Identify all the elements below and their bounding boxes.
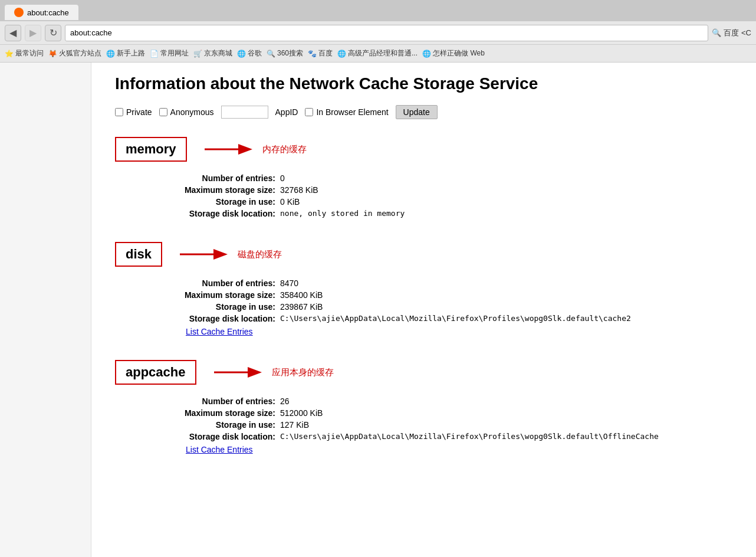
appcache-header: appcache 应用本身的缓存 xyxy=(115,360,732,385)
bookmark-google[interactable]: 🌐 谷歌 xyxy=(237,48,262,58)
disk-arrow-icon xyxy=(180,245,233,263)
private-label: Private xyxy=(115,107,152,117)
memory-location-label: Storage disk location: xyxy=(150,209,280,218)
bookmark-gaoji[interactable]: 🌐 高级产品经理和普通... xyxy=(337,48,418,58)
disk-arrow-annotation: 磁盘的缓存 xyxy=(180,245,282,263)
appcache-section: appcache 应用本身的缓存 Number of entr xyxy=(115,360,732,454)
memory-maxsize-row: Maximum storage size: 32768 KiB xyxy=(150,185,732,195)
appcache-annotation: 应用本身的缓存 xyxy=(272,367,334,378)
bookmark-icon: ⭐ xyxy=(5,50,14,58)
disk-annotation: 磁盘的缓存 xyxy=(238,249,282,260)
bookmark-xinshou[interactable]: 🌐 新手上路 xyxy=(106,48,145,58)
appid-input[interactable] xyxy=(221,106,268,119)
memory-location-value: none, only stored in memory xyxy=(280,209,405,218)
bookmark-label: 新手上路 xyxy=(117,48,145,58)
disk-title: disk xyxy=(115,242,162,267)
filter-row: Private Anonymous AppID In Browser Eleme… xyxy=(115,105,732,119)
memory-entries-label: Number of entries: xyxy=(150,173,280,183)
memory-section: memory 内存的缓存 Number of entries: xyxy=(115,137,732,218)
memory-entries-value: 0 xyxy=(280,173,285,183)
memory-arrow-annotation: 内存的缓存 xyxy=(205,140,307,158)
search-area: 🔍 百度 <C xyxy=(712,28,751,38)
memory-inuse-value: 0 KiB xyxy=(280,197,300,207)
sidebar xyxy=(0,63,91,557)
disk-maxsize-value: 358400 KiB xyxy=(280,290,323,300)
disk-header: disk 磁盘的缓存 xyxy=(115,242,732,267)
memory-maxsize-label: Maximum storage size: xyxy=(150,185,280,195)
address-bar[interactable] xyxy=(65,25,708,41)
disk-info-table: Number of entries: 8470 Maximum storage … xyxy=(150,278,732,336)
bookmark-jd[interactable]: 🛒 京东商城 xyxy=(193,48,232,58)
private-checkbox[interactable] xyxy=(115,108,123,116)
disk-entries-value: 8470 xyxy=(280,278,298,288)
back-button[interactable]: ◀ xyxy=(5,25,21,41)
bookmark-icon: 🔍 xyxy=(267,50,275,58)
bookmark-zuichang[interactable]: ⭐ 最常访问 xyxy=(5,48,44,58)
active-tab[interactable]: about:cache xyxy=(5,5,78,20)
memory-annotation: 内存的缓存 xyxy=(262,144,307,155)
in-browser-text: In Browser Element xyxy=(316,107,388,117)
anonymous-checkbox[interactable] xyxy=(159,108,167,116)
appcache-entries-label: Number of entries: xyxy=(150,397,280,406)
main-content: Information about the Network Cache Stor… xyxy=(91,63,756,557)
bookmark-label: 360搜索 xyxy=(277,48,303,58)
forward-button[interactable]: ▶ xyxy=(25,25,41,41)
tab-title: about:cache xyxy=(27,8,69,17)
page-title: Information about the Network Cache Stor… xyxy=(115,74,732,93)
bookmark-label: 常用网址 xyxy=(160,48,189,58)
disk-maxsize-row: Maximum storage size: 358400 KiB xyxy=(150,290,732,300)
bookmark-label: 怎样正确做 Web xyxy=(433,48,485,58)
memory-title: memory xyxy=(115,137,187,162)
content-wrapper: Information about the Network Cache Stor… xyxy=(0,63,756,557)
bookmark-huohu[interactable]: 🦊 火狐官方站点 xyxy=(48,48,101,58)
appcache-inuse-value: 127 KiB xyxy=(280,420,309,430)
bookmark-360[interactable]: 🔍 360搜索 xyxy=(267,48,303,58)
appcache-maxsize-row: Maximum storage size: 512000 KiB xyxy=(150,408,732,418)
in-browser-checkbox[interactable] xyxy=(305,108,313,116)
nav-bar: ◀ ▶ ↻ 🔍 百度 <C xyxy=(0,21,756,45)
appcache-maxsize-label: Maximum storage size: xyxy=(150,408,280,418)
bookmarks-bar: ⭐ 最常访问 🦊 火狐官方站点 🌐 新手上路 📄 常用网址 🛒 京东商城 🌐 谷… xyxy=(0,45,756,63)
bookmark-icon: 🦊 xyxy=(48,50,57,58)
bookmark-label: 最常访问 xyxy=(15,48,44,58)
bookmark-icon: 🌐 xyxy=(237,50,246,58)
appcache-entries-row: Number of entries: 26 xyxy=(150,397,732,406)
appcache-maxsize-value: 512000 KiB xyxy=(280,408,323,418)
in-browser-label: In Browser Element xyxy=(305,107,388,117)
bookmark-baidu[interactable]: 🐾 百度 xyxy=(308,48,333,58)
disk-list-link[interactable]: List Cache Entries xyxy=(186,327,732,336)
memory-location-row: Storage disk location: none, only stored… xyxy=(150,209,732,218)
disk-inuse-row: Storage in use: 239867 KiB xyxy=(150,302,732,312)
bookmark-changyong[interactable]: 📄 常用网址 xyxy=(150,48,189,58)
memory-header: memory 内存的缓存 xyxy=(115,137,732,162)
bookmark-icon: 🌐 xyxy=(422,50,431,58)
bookmark-icon: 🌐 xyxy=(337,50,346,58)
bookmark-icon: 📄 xyxy=(150,50,159,58)
disk-location-value: C:\Users\ajie\AppData\Local\Mozilla\Fire… xyxy=(280,314,631,323)
appcache-inuse-label: Storage in use: xyxy=(150,420,280,430)
bookmark-icon: 🐾 xyxy=(308,50,317,58)
bookmark-zenyang[interactable]: 🌐 怎样正确做 Web xyxy=(422,48,485,58)
bookmark-icon: 🌐 xyxy=(106,50,115,58)
update-button[interactable]: Update xyxy=(396,105,438,119)
disk-section: disk 磁盘的缓存 Number of entries: xyxy=(115,242,732,336)
disk-entries-label: Number of entries: xyxy=(150,278,280,288)
memory-maxsize-value: 32768 KiB xyxy=(280,185,318,195)
search-icon: 🔍 xyxy=(712,28,721,37)
anonymous-label: Anonymous xyxy=(159,107,214,117)
memory-info-table: Number of entries: 0 Maximum storage siz… xyxy=(150,173,732,218)
search-label: 百度 <C xyxy=(724,28,751,38)
memory-entries-row: Number of entries: 0 xyxy=(150,173,732,183)
bookmark-label: 火狐官方站点 xyxy=(59,48,101,58)
appcache-location-row: Storage disk location: C:\Users\ajie\App… xyxy=(150,432,732,441)
disk-maxsize-label: Maximum storage size: xyxy=(150,290,280,300)
appcache-info-table: Number of entries: 26 Maximum storage si… xyxy=(150,397,732,454)
reload-button[interactable]: ↻ xyxy=(45,25,61,41)
appcache-arrow-annotation: 应用本身的缓存 xyxy=(214,363,334,381)
appcache-list-link[interactable]: List Cache Entries xyxy=(186,445,732,454)
private-text: Private xyxy=(126,107,152,117)
bookmark-icon: 🛒 xyxy=(193,50,202,58)
appcache-location-label: Storage disk location: xyxy=(150,432,280,441)
firefox-icon xyxy=(14,8,24,17)
memory-inuse-label: Storage in use: xyxy=(150,197,280,207)
